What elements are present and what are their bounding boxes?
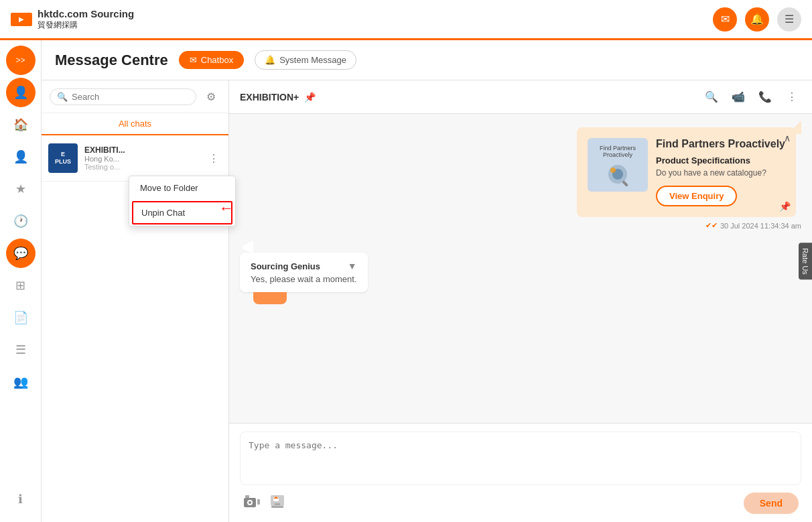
message-input-area: Send (229, 423, 812, 522)
body-split: 🔍 ⚙ All chats EPLUS EXHIBITI... Hong Ko.… (42, 80, 812, 522)
search-input-wrapper: 🔍 (50, 88, 196, 105)
promo-card-inner: Find Partners Proactively (588, 138, 785, 206)
bell-button[interactable]: 🔔 (745, 7, 769, 31)
promo-description: Do you have a new catalogue? (656, 168, 785, 178)
attach-button[interactable] (243, 494, 261, 513)
hktdc-logo-icon (11, 13, 32, 26)
settings-button[interactable]: ⚙ (202, 87, 220, 106)
tab-system-message[interactable]: 🔔 System Message (255, 50, 356, 70)
chat-video-button[interactable]: 📹 (729, 88, 748, 107)
chatbox-tab-icon: ✉ (190, 55, 197, 65)
sidebar-home-icon[interactable]: 🏠 (6, 110, 36, 139)
upload-button[interactable] (269, 494, 285, 513)
chat-more-button[interactable]: ⋮ (783, 88, 801, 107)
promo-timestamp: ✔✔ 30 Jul 2024 11:34:34 am (577, 221, 801, 230)
move-to-folder-item[interactable]: Move to Folder (129, 176, 235, 200)
chat-item[interactable]: EPLUS EXHIBITI... Hong Ko... Testing o..… (42, 135, 228, 182)
orange-indicator (253, 292, 287, 304)
chat-avatar: EPLUS (48, 143, 78, 173)
promo-thumbnail-image (601, 161, 634, 188)
sourcing-genius-collapse-button[interactable]: ▼ (348, 261, 357, 271)
chat-header: EXHIBITION+ 📌 🔍 📹 📞 ⋮ (229, 80, 812, 114)
search-input[interactable] (72, 92, 189, 102)
chat-list-panel: 🔍 ⚙ All chats EPLUS EXHIBITI... Hong Ko.… (42, 80, 229, 522)
sidebar-people-icon[interactable]: 👥 (6, 367, 36, 397)
search-bar: 🔍 ⚙ (42, 80, 228, 113)
logo-title: hktdc.com Sourcing (38, 8, 134, 19)
content-area: Message Centre ✉ Chatbox 🔔 System Messag… (42, 40, 812, 522)
all-chats-label: All chats (42, 113, 228, 135)
logo-area: hktdc.com Sourcing 貿發網採購 (11, 8, 134, 31)
header-icons: ✉ 🔔 ☰ (713, 7, 801, 31)
chat-header-name: EXHIBITION+ (240, 92, 299, 103)
timestamp-text: 30 Jul 2024 11:34:34 am (720, 222, 801, 230)
promo-card-wrapper: ∧ Find Partners Proactively (577, 127, 801, 230)
chat-header-icons: 🔍 📹 📞 ⋮ (702, 88, 801, 107)
sidebar-avatar[interactable]: 👤 (6, 78, 36, 107)
promo-card-title: Find Partners Proactively (656, 138, 785, 150)
page-header: Message Centre ✉ Chatbox 🔔 System Messag… (42, 40, 812, 80)
upload-icon (269, 494, 285, 510)
main-layout: >> 👤 🏠 👤 ★ 🕐 💬 ⊞ 📄 ☰ 👥 ℹ Message Centre … (0, 40, 812, 522)
promo-pin-icon: 📌 (779, 201, 791, 212)
chat-search-button[interactable]: 🔍 (702, 88, 721, 107)
system-tab-label: System Message (279, 55, 346, 65)
svg-rect-12 (271, 506, 283, 508)
send-button[interactable]: Send (744, 493, 799, 514)
sourcing-genius-text: Yes, please wait a moment. (251, 274, 357, 284)
sidebar-history-icon[interactable]: 🕐 (6, 206, 36, 236)
svg-rect-5 (245, 495, 249, 498)
sourcing-genius-header: Sourcing Genius ▼ (251, 261, 357, 271)
search-icon: 🔍 (57, 92, 68, 102)
sidebar-grid-icon[interactable]: ⊞ (6, 271, 36, 300)
red-arrow-indicator: ← (219, 200, 234, 217)
top-header: hktdc.com Sourcing 貿發網採購 ✉ 🔔 ☰ (0, 0, 812, 40)
sidebar-expand-button[interactable]: >> (6, 46, 36, 75)
view-enquiry-button[interactable]: View Enquiry (656, 186, 737, 206)
logo-subtitle: 貿發網採購 (38, 19, 134, 31)
unpin-chat-item[interactable]: Unpin Chat (132, 201, 232, 224)
sidebar-person-icon[interactable]: 👤 (6, 142, 36, 172)
sidebar-star-icon[interactable]: ★ (6, 174, 36, 204)
sidebar-list-icon[interactable]: ☰ (6, 335, 36, 365)
left-message-bubble-wrapper: Sourcing Genius ▼ Yes, please wait a mom… (240, 241, 368, 292)
left-sidebar: >> 👤 🏠 👤 ★ 🕐 💬 ⊞ 📄 ☰ 👥 ℹ (0, 40, 42, 522)
system-tab-icon: 🔔 (265, 55, 275, 65)
message-input-footer: Send (240, 487, 801, 514)
chat-sub: Hong Ko... (84, 155, 199, 163)
svg-rect-2 (622, 180, 628, 187)
chat-preview: Testing o... (84, 163, 199, 171)
promo-card: ∧ Find Partners Proactively (577, 127, 796, 217)
check-marks: ✔✔ (705, 221, 718, 230)
pin-icon: 📌 (304, 92, 316, 103)
chat-more-button[interactable]: ⋮ (206, 150, 222, 166)
menu-button[interactable]: ☰ (777, 7, 801, 31)
promo-section-title: Product Specifications (656, 155, 785, 166)
logo-text: hktdc.com Sourcing 貿發網採購 (38, 8, 134, 31)
tab-chatbox[interactable]: ✉ Chatbox (179, 51, 244, 69)
chat-list: EPLUS EXHIBITI... Hong Ko... Testing o..… (42, 135, 228, 182)
message-input[interactable] (240, 432, 801, 485)
svg-point-3 (610, 168, 616, 173)
chat-header-left: EXHIBITION+ 📌 (240, 92, 316, 103)
chat-phone-button[interactable]: 📞 (756, 88, 774, 107)
message-tools (243, 494, 285, 513)
sidebar-chat-icon[interactable]: 💬 (6, 239, 36, 268)
sidebar-bottom: ℹ (6, 484, 36, 522)
promo-collapse-button[interactable]: ∧ (784, 133, 791, 143)
promo-thumbnail: Find Partners Proactively (588, 138, 648, 192)
mail-button[interactable]: ✉ (713, 7, 737, 31)
sidebar-doc-icon[interactable]: 📄 (6, 303, 36, 332)
messages-area: ∧ Find Partners Proactively (229, 114, 812, 423)
sourcing-genius-title: Sourcing Genius (251, 261, 320, 271)
svg-rect-8 (257, 499, 260, 505)
sidebar-info-icon[interactable]: ℹ (6, 484, 36, 514)
promo-content: Find Partners Proactively Product Specif… (656, 138, 785, 206)
chatbox-tab-label: Chatbox (201, 55, 233, 65)
chat-main: EXHIBITION+ 📌 🔍 📹 📞 ⋮ (229, 80, 812, 522)
svg-rect-13 (275, 503, 280, 505)
rate-us-tab[interactable]: Rate Us (799, 243, 812, 280)
promo-thumbnail-text: Find Partners Proactively (588, 142, 648, 161)
svg-point-7 (249, 501, 251, 504)
page-title: Message Centre (55, 52, 168, 69)
